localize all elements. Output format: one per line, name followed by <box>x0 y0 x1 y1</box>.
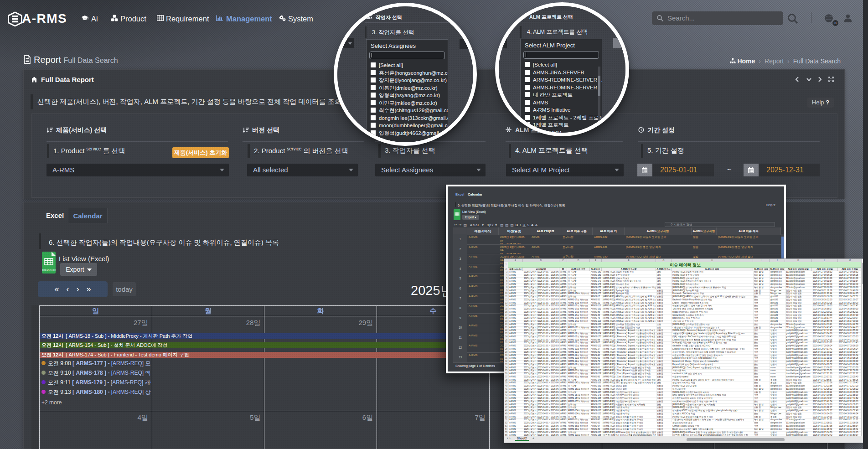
svg-text:SPREADSHEET: SPREADSHEET <box>42 269 56 272</box>
